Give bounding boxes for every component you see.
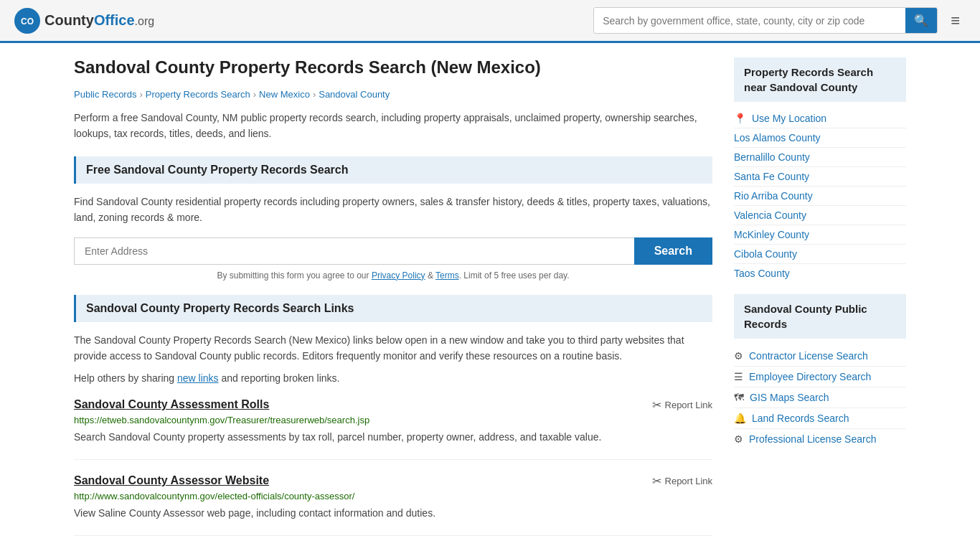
logo-icon: CO — [14, 8, 40, 34]
report-icon-2: ✂ — [652, 474, 661, 488]
global-search-input[interactable] — [594, 9, 905, 32]
site-header: CO CountyOffice.org 🔍 ≡ — [0, 0, 980, 43]
nearby-county-6[interactable]: Cibola County — [734, 245, 906, 264]
record-link-title-2[interactable]: Sandoval County Assessor Website — [74, 474, 269, 487]
record-link-title-row-1: Sandoval County Assessment Rolls ✂ Repor… — [74, 398, 712, 412]
menu-button[interactable]: ≡ — [945, 9, 966, 33]
nearby-county-2[interactable]: Santa Fe County — [734, 167, 906, 187]
address-input[interactable] — [74, 237, 634, 265]
form-note: By submitting this form you agree to our… — [74, 270, 712, 281]
free-search-desc: Find Sandoval County residential propert… — [74, 194, 712, 226]
report-icon-1: ✂ — [652, 398, 661, 412]
contractor-icon: ⚙ — [734, 350, 743, 362]
new-links-link[interactable]: new links — [177, 372, 219, 384]
breadcrumb-sep-2: › — [253, 89, 256, 100]
breadcrumb-new-mexico[interactable]: New Mexico — [259, 89, 310, 100]
breadcrumb-sandoval-county[interactable]: Sandoval County — [319, 89, 390, 100]
breadcrumb: Public Records › Property Records Search… — [74, 89, 712, 100]
location-icon: 📍 — [734, 113, 746, 124]
page-title: Sandoval County Property Records Search … — [74, 57, 712, 77]
public-title: Sandoval County Public Records — [744, 301, 896, 331]
record-link-title-1[interactable]: Sandoval County Assessment Rolls — [74, 398, 269, 411]
sidebar: Property Records Search near Sandoval Co… — [734, 57, 906, 550]
breadcrumb-property-records-search[interactable]: Property Records Search — [146, 89, 250, 100]
nearby-county-5[interactable]: McKinley County — [734, 225, 906, 245]
nearby-county-1[interactable]: Bernalillo County — [734, 148, 906, 167]
record-url-2[interactable]: http://www.sandovalcountynm.gov/elected-… — [74, 491, 712, 501]
nearby-county-link-4[interactable]: Valencia County — [734, 209, 806, 221]
employee-icon: ☰ — [734, 371, 743, 382]
logo[interactable]: CO CountyOffice.org — [14, 8, 154, 34]
nearby-county-link-7[interactable]: Taos County — [734, 268, 790, 279]
nearby-section-header: Property Records Search near Sandoval Co… — [734, 57, 906, 102]
public-records-list: ⚙ Contractor License Search ☰ Employee D… — [734, 346, 906, 449]
record-url-1[interactable]: https://etweb.sandovalcountynm.gov/Treas… — [74, 415, 712, 425]
terms-link[interactable]: Terms — [435, 270, 459, 281]
address-search-button[interactable]: Search — [634, 237, 712, 265]
svg-text:CO: CO — [21, 17, 34, 27]
public-link-4[interactable]: ⚙ Professional License Search — [734, 429, 906, 449]
nearby-county-7[interactable]: Taos County — [734, 264, 906, 283]
nearby-county-0[interactable]: Los Alamos County — [734, 128, 906, 148]
links-section-header: Sandoval County Property Records Search … — [74, 295, 712, 322]
nearby-title: Property Records Search near Sandoval Co… — [744, 65, 896, 95]
global-search-button[interactable]: 🔍 — [905, 8, 937, 33]
record-desc-2: View Saline County Assessor web page, in… — [74, 506, 712, 521]
gis-maps-link[interactable]: GIS Maps Search — [750, 392, 829, 403]
public-link-1[interactable]: ☰ Employee Directory Search — [734, 367, 906, 387]
nearby-county-3[interactable]: Rio Arriba County — [734, 187, 906, 206]
breadcrumb-sep-1: › — [139, 89, 142, 100]
public-section-header: Sandoval County Public Records — [734, 294, 906, 339]
share-links: Help others by sharing new links and rep… — [74, 372, 712, 384]
address-search-row: Search — [74, 237, 712, 265]
land-records-icon: 🔔 — [734, 413, 746, 424]
record-link-title-row-2: Sandoval County Assessor Website ✂ Repor… — [74, 474, 712, 488]
public-link-0[interactable]: ⚙ Contractor License Search — [734, 346, 906, 367]
nearby-county-link-2[interactable]: Santa Fe County — [734, 171, 809, 182]
report-label-1: Report Link — [665, 400, 712, 410]
search-icon: 🔍 — [914, 14, 928, 27]
nearby-county-4[interactable]: Valencia County — [734, 206, 906, 225]
public-link-2[interactable]: 🗺 GIS Maps Search — [734, 387, 906, 408]
nearby-county-link-3[interactable]: Rio Arriba County — [734, 190, 813, 202]
header-right: 🔍 ≡ — [593, 7, 966, 34]
breadcrumb-public-records[interactable]: Public Records — [74, 89, 136, 100]
breadcrumb-sep-3: › — [313, 89, 316, 100]
employee-directory-link[interactable]: Employee Directory Search — [749, 371, 871, 382]
nearby-county-link-6[interactable]: Cibola County — [734, 248, 797, 260]
nearby-county-link-1[interactable]: Bernalillo County — [734, 151, 810, 163]
page-container: Sandoval County Property Records Search … — [60, 43, 920, 551]
privacy-policy-link[interactable]: Privacy Policy — [372, 270, 425, 281]
intro-text: Perform a free Sandoval County, NM publi… — [74, 110, 712, 142]
public-link-3[interactable]: 🔔 Land Records Search — [734, 408, 906, 429]
gis-maps-icon: 🗺 — [734, 392, 744, 403]
free-search-header: Free Sandoval County Property Records Se… — [74, 156, 712, 184]
global-search-bar[interactable]: 🔍 — [593, 7, 938, 34]
report-link-btn-2[interactable]: ✂ Report Link — [652, 474, 712, 488]
nearby-counties-list: 📍 Use My Location Los Alamos County Bern… — [734, 109, 906, 283]
nearby-county-link-5[interactable]: McKinley County — [734, 229, 809, 240]
professional-license-icon: ⚙ — [734, 433, 743, 445]
land-records-link[interactable]: Land Records Search — [752, 413, 849, 424]
report-label-2: Report Link — [665, 476, 712, 486]
report-link-btn-1[interactable]: ✂ Report Link — [652, 398, 712, 412]
use-my-location-link[interactable]: Use My Location — [752, 113, 826, 124]
use-my-location-item[interactable]: 📍 Use My Location — [734, 109, 906, 128]
links-desc: The Sandoval County Property Records Sea… — [74, 332, 712, 364]
nearby-county-link-0[interactable]: Los Alamos County — [734, 132, 821, 143]
professional-license-link[interactable]: Professional License Search — [749, 433, 876, 445]
contractor-license-link[interactable]: Contractor License Search — [749, 350, 868, 362]
record-desc-1: Search Sandoval County property assessme… — [74, 430, 712, 445]
logo-text: CountyOffice.org — [44, 12, 154, 29]
main-content: Sandoval County Property Records Search … — [74, 57, 712, 550]
record-link-block-2: Sandoval County Assessor Website ✂ Repor… — [74, 474, 712, 536]
record-link-block-1: Sandoval County Assessment Rolls ✂ Repor… — [74, 398, 712, 460]
